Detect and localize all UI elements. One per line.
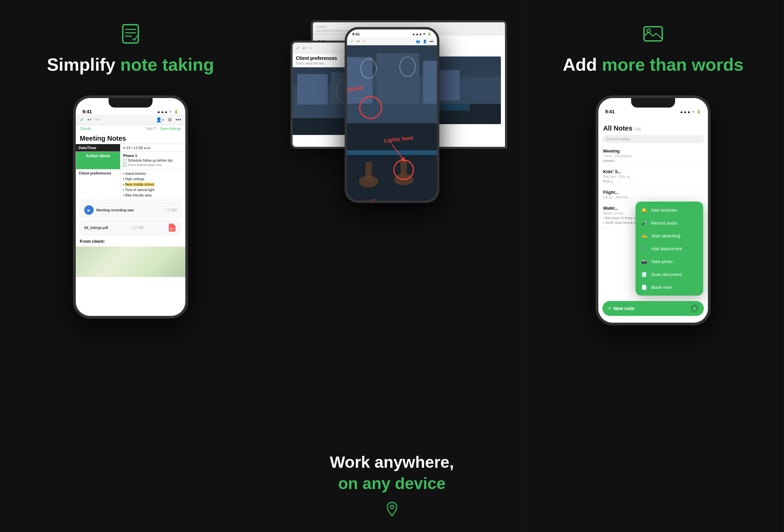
blank-note-label: Blank note: [651, 285, 672, 290]
menu-take-photo[interactable]: 📷 Take photo: [636, 255, 703, 268]
note-toolbar-1: ✓ ↩ ↪ 👤+ ⚙ •••: [76, 114, 185, 125]
panel-3-title-green: more than words: [602, 55, 743, 74]
from-client-label: From client:: [76, 237, 185, 245]
audio-attachment: ▶ Meeting-recording.wav 7.5 MB: [80, 202, 181, 218]
devices-container: Buyers Last edited by Jamie Scott on Mar…: [277, 20, 507, 203]
mid-check: ✓: [350, 39, 354, 44]
new-note-label: + New note: [608, 305, 635, 312]
svg-rect-32: [400, 160, 407, 180]
menu-scan-document[interactable]: 🗒️ Scan document: [636, 268, 703, 281]
add-attachment-label: Add attachment: [651, 246, 682, 251]
svg-rect-15: [297, 74, 328, 105]
breadcrumb-1: Clients Yuki T. Open listings: [76, 125, 185, 132]
note-item-title-3: Flight...: [603, 190, 703, 195]
mid-person: 👤: [423, 40, 427, 43]
checkbox-row-2: Send walkthrough info.: [123, 163, 182, 167]
checkbox-2-label: Send walkthrough info.: [128, 163, 162, 167]
chevron-up-icon[interactable]: ∧: [690, 304, 698, 313]
note-item-subtitle-3: Get to... Michelle...: [603, 195, 703, 199]
menu-add-reminder[interactable]: 🔔 Add reminder: [636, 204, 703, 216]
signal-icons: ▲▲▲ ᯤ 🔋: [157, 110, 179, 114]
svg-rect-25: [347, 123, 437, 201]
breadcrumb-left: Clients: [80, 126, 91, 131]
menu-record-audio[interactable]: 🎤 Record audio: [636, 216, 703, 229]
svg-rect-0: [123, 25, 138, 43]
meeting-notes-table: Date/Time 4-19 / 11:00 a.m. Action Items…: [76, 144, 185, 200]
panel-1-title-plain: Simplify: [47, 55, 120, 74]
pref-5: • Bike-friendly area: [123, 193, 182, 198]
phone-screen-middle: 9:41 ▲▲▲ ᯤ 🔋 ✓ ↩ ↪ 👥 👤 •••: [347, 29, 437, 201]
note-title-area: Meeting Notes: [76, 132, 185, 144]
menu-start-sketching[interactable]: ✍️ Start sketching: [636, 229, 703, 242]
pref-4: • Tons of natural light: [123, 187, 182, 193]
audio-size: 7.5 MB: [165, 208, 177, 212]
search-bar[interactable]: Search notes: [602, 135, 704, 143]
phone-notch: [109, 98, 153, 108]
breadcrumb-right: Yuki T. Open listings: [146, 126, 181, 131]
pdf-size: 1.2 MB: [132, 226, 144, 230]
image-icon: [640, 20, 667, 47]
highlighted-pref: Near middle school: [125, 183, 154, 186]
add-person-icon[interactable]: 👤+: [156, 117, 164, 122]
phone-mockup-3: 9:41 ▲▲▲ ᯤ 🔋 All Notes 246 Search notes …: [596, 95, 711, 325]
note-item-title-2: Kids' S...: [603, 169, 703, 174]
camera-icon: 📷: [640, 258, 648, 265]
notes-count: 246: [634, 127, 641, 132]
pref-1: • Island kitchen: [123, 171, 182, 177]
mid-undo: ↩: [356, 39, 360, 44]
pdf-icon: [167, 223, 177, 232]
tablet-undo-icon: ↩: [303, 46, 306, 50]
notes-header: All Notes 246: [598, 114, 708, 135]
phone-front-middle: 9:41 ▲▲▲ ᯤ 🔋 ✓ ↩ ↪ 👥 👤 •••: [345, 27, 439, 203]
note-item-subtitle-1: Client - Thomasina: [603, 154, 703, 158]
checkbox-1-label: Schedule follow up before trip.: [128, 159, 174, 162]
pdf-filename: All_listings.pdf: [84, 226, 108, 230]
annotated-kitchen: Island Lights here Island: [347, 45, 437, 201]
check-icon[interactable]: ✓: [80, 117, 84, 122]
paperclip-icon: 📎: [640, 245, 648, 252]
mid-more: •••: [430, 39, 434, 43]
time-1: 9:41: [83, 109, 92, 114]
add-reminder-label: Add reminder: [651, 208, 677, 213]
mic-icon: 🎤: [640, 219, 648, 227]
panel-2-subtitle: Work anywhere, on any device: [330, 438, 454, 494]
phone-screen-1: 9:41 ▲▲▲ ᯤ 🔋 ✓ ↩ ↪ 👤+ ⚙ ••• Clients Yuki: [76, 98, 185, 316]
svg-rect-23: [376, 53, 419, 104]
phone-screen-3: 9:41 ▲▲▲ ᯤ 🔋 All Notes 246 Search notes …: [598, 98, 708, 323]
new-note-button[interactable]: + New note ∧: [602, 301, 704, 316]
checkbox-1[interactable]: [123, 159, 126, 162]
pen-icon: ✍️: [640, 232, 648, 239]
more-icon[interactable]: •••: [176, 117, 181, 123]
panel-anywhere: Buyers Last edited by Jamie Scott on Mar…: [261, 0, 523, 532]
note-icon: [117, 20, 144, 47]
settings-icon[interactable]: ⚙: [168, 117, 172, 122]
mid-redo: ↪: [363, 39, 366, 44]
scan-icon: 🗒️: [640, 271, 648, 278]
start-sketching-label: Start sketching: [651, 233, 680, 238]
pref-3: • Near middle school: [123, 182, 182, 187]
checkbox-2[interactable]: [123, 163, 126, 167]
redo-icon[interactable]: ↪: [95, 116, 99, 123]
note-item-meeting[interactable]: Meeting Client - Thomasina onward...: [598, 146, 708, 166]
play-button[interactable]: ▶: [84, 205, 94, 215]
menu-blank-note[interactable]: 📄 Blank note: [636, 281, 703, 294]
tablet-check-icon: ✓: [296, 45, 300, 51]
new-note-text: New note: [614, 306, 635, 311]
svg-point-39: [390, 505, 394, 509]
location-icon: [384, 501, 400, 518]
checkbox-row-1: Schedule follow up before trip.: [123, 159, 182, 162]
note-item-flight[interactable]: Flight... Get to... Michelle...: [598, 187, 708, 203]
panel-2-subtitle-plain: Work anywhere,: [330, 452, 454, 473]
laptop-breadcrumb: Buyers: [317, 25, 326, 28]
action-items-cell: Action Items: [76, 152, 120, 169]
note-item-preview-1: onward...: [603, 159, 703, 163]
pdf-attachment: All_listings.pdf 1.2 MB: [80, 220, 181, 235]
mid-people: 👥: [416, 40, 420, 43]
note-item-kids[interactable]: Kids' S... Ray han - Pick up... Pick u..…: [598, 166, 708, 187]
panel-1-title: Simplify note taking: [47, 54, 214, 75]
menu-add-attachment[interactable]: 📎 Add attachment: [636, 242, 703, 255]
pref-list: • Island kitchen • High ceilings • Near …: [123, 171, 182, 198]
date-time-header: Date/Time: [76, 144, 120, 152]
undo-icon[interactable]: ↩: [87, 116, 92, 123]
svg-rect-24: [423, 61, 437, 104]
